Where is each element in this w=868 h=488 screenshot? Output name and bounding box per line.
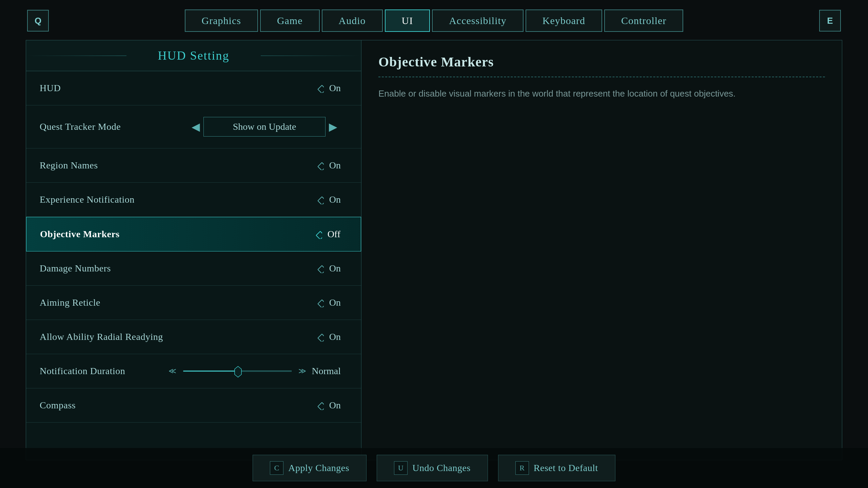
apply-key: C [270,461,283,475]
setting-value-objective-markers: Off [313,229,340,240]
setting-value-region-names: On [314,160,341,171]
tab-keyboard[interactable]: Keyboard [526,9,602,32]
setting-value-notification-duration: ≪ ≫ Normal [169,366,341,377]
bottom-bar: C Apply Changes U Undo Changes R Reset t… [0,448,868,488]
tab-audio[interactable]: Audio [322,9,383,32]
setting-name-notification-duration: Notification Duration [40,366,125,377]
undo-changes-button[interactable]: U Undo Changes [377,455,488,481]
slider-container-notification[interactable]: ≪ ≫ [169,367,306,375]
settings-panel: HUD Setting HUD On Quest Tracker Mode [26,40,361,460]
diamond-icon-aiming-reticle [314,298,324,307]
nav-right-button[interactable]: E [819,10,841,32]
diamond-icon-hud [314,83,324,93]
quest-tracker-prev[interactable]: ◀ [188,121,203,132]
setting-row-hud[interactable]: HUD On [26,71,361,105]
diamond-icon-compass [314,401,324,410]
apply-changes-button[interactable]: C Apply Changes [253,455,367,481]
setting-row-compass[interactable]: Compass On [26,388,361,423]
setting-row-damage-numbers[interactable]: Damage Numbers On [26,251,361,286]
setting-name-allow-ability: Allow Ability Radial Readying [40,331,163,342]
setting-name-aiming-reticle: Aiming Reticle [40,297,100,308]
setting-row-region-names[interactable]: Region Names On [26,148,361,183]
panel-title: HUD Setting [158,49,230,62]
svg-rect-2 [318,197,324,204]
diamond-icon-objective-markers [313,229,322,239]
setting-val-hud: On [329,83,341,94]
setting-val-allow-ability: On [329,331,341,342]
nav-left-button[interactable]: Q [27,10,49,32]
setting-row-quest-tracker[interactable]: Quest Tracker Mode ◀ Show on Update ▶ [26,105,361,148]
info-description: Enable or disable visual markers in the … [378,87,825,101]
setting-row-aiming-reticle[interactable]: Aiming Reticle On [26,286,361,320]
setting-value-experience-notification: On [314,194,341,205]
nav-bar: Q Graphics Game Audio UI Accessibility K… [0,0,868,40]
tab-controller[interactable]: Controller [604,9,683,32]
undo-key: U [394,461,408,475]
setting-row-experience-notification[interactable]: Experience Notification On [26,183,361,217]
undo-label: Undo Changes [412,463,471,473]
setting-name-objective-markers: Objective Markers [40,229,120,240]
panel-header: HUD Setting [26,40,361,71]
reset-to-default-button[interactable]: R Reset to Default [498,455,615,481]
reset-key: R [515,461,529,475]
setting-name-compass: Compass [40,400,76,411]
setting-name-hud: HUD [40,83,61,94]
settings-list[interactable]: HUD On Quest Tracker Mode ◀ Show on Upda… [26,71,361,460]
info-title: Objective Markers [378,54,825,70]
setting-name-region-names: Region Names [40,160,98,171]
setting-val-damage-numbers: On [329,263,341,274]
diamond-icon-experience-notification [314,195,324,204]
setting-row-objective-markers[interactable]: Objective Markers Off [26,217,361,251]
setting-val-experience-notification: On [329,194,341,205]
info-divider [378,77,825,77]
setting-val-region-names: On [329,160,341,171]
setting-value-damage-numbers: On [314,263,341,274]
setting-val-notification-duration: Normal [312,366,341,377]
setting-name-damage-numbers: Damage Numbers [40,263,111,274]
setting-value-allow-ability: On [314,331,341,342]
svg-rect-3 [316,231,322,239]
tab-game[interactable]: Game [260,9,320,32]
tab-accessibility[interactable]: Accessibility [432,9,524,32]
setting-value-hud: On [314,83,341,94]
slider-fill-notification [183,371,237,371]
slider-thumb-notification[interactable] [234,366,241,377]
setting-name-quest-tracker: Quest Tracker Mode [40,121,121,132]
reset-label: Reset to Default [534,463,598,473]
quest-tracker-next[interactable]: ▶ [326,121,341,132]
setting-row-allow-ability[interactable]: Allow Ability Radial Readying On [26,320,361,354]
slider-left-arrow[interactable]: ≪ [169,367,176,375]
setting-value-aiming-reticle: On [314,297,341,308]
svg-rect-8 [318,403,324,410]
tab-graphics[interactable]: Graphics [185,9,258,32]
info-panel: Objective Markers Enable or disable visu… [361,40,842,460]
diamond-icon-region-names [314,161,324,170]
svg-rect-5 [318,300,324,307]
svg-rect-0 [318,85,324,93]
slider-right-arrow[interactable]: ≫ [298,367,306,375]
setting-row-notification-duration[interactable]: Notification Duration ≪ ≫ [26,354,361,388]
svg-rect-1 [318,163,324,170]
slider-track-notification[interactable] [183,370,292,372]
setting-val-compass: On [329,400,341,411]
diamond-icon-damage-numbers [314,264,324,273]
svg-rect-4 [318,266,324,273]
diamond-icon-allow-ability [314,332,324,342]
setting-value-quest-tracker: ◀ Show on Update ▶ [188,117,341,137]
apply-label: Apply Changes [288,463,349,473]
setting-val-objective-markers: Off [328,229,340,240]
svg-marker-7 [235,366,241,377]
main-content: HUD Setting HUD On Quest Tracker Mode [0,40,868,460]
setting-val-aiming-reticle: On [329,297,341,308]
svg-rect-6 [318,334,324,342]
tab-ui[interactable]: UI [385,9,430,32]
setting-value-compass: On [314,400,341,411]
setting-name-experience-notification: Experience Notification [40,194,135,205]
quest-tracker-display: Show on Update [203,117,326,137]
